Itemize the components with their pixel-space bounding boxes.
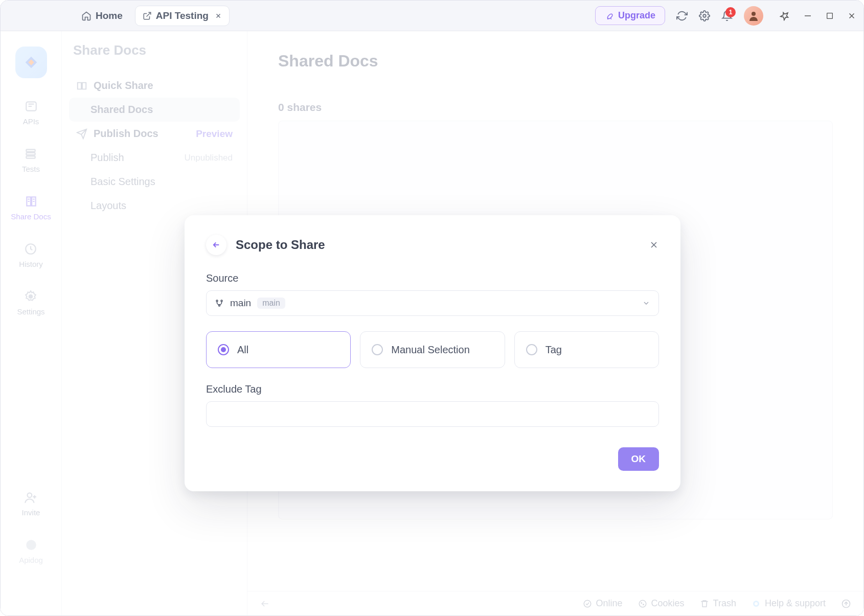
chevron-down-icon xyxy=(642,299,650,307)
radio-icon xyxy=(218,344,229,355)
modal-back-button[interactable] xyxy=(206,235,226,255)
avatar[interactable] xyxy=(744,6,763,26)
modal-close-button[interactable] xyxy=(649,240,659,250)
tab-home[interactable]: Home xyxy=(74,6,130,26)
scope-option-manual[interactable]: Manual Selection xyxy=(360,331,505,368)
rocket-icon xyxy=(605,11,614,20)
upgrade-label: Upgrade xyxy=(618,10,655,21)
maximize-button[interactable] xyxy=(826,11,834,21)
svg-point-19 xyxy=(216,300,218,302)
settings-gear-button[interactable] xyxy=(699,10,710,21)
ok-button[interactable]: OK xyxy=(618,447,660,471)
svg-rect-3 xyxy=(827,13,833,18)
notifications-button[interactable]: 1 xyxy=(721,10,733,21)
pin-button[interactable] xyxy=(780,11,790,21)
source-value: main xyxy=(230,298,251,309)
tab-close-button[interactable] xyxy=(215,12,222,19)
scope-option-tag[interactable]: Tag xyxy=(514,331,659,368)
modal-title: Scope to Share xyxy=(236,238,325,252)
tab-home-label: Home xyxy=(96,10,123,21)
source-select[interactable]: main main xyxy=(206,290,659,316)
minimize-button[interactable] xyxy=(803,11,812,21)
scope-option-all[interactable]: All xyxy=(206,331,351,368)
svg-point-20 xyxy=(221,300,222,302)
refresh-button[interactable] xyxy=(676,10,688,21)
exclude-tag-label: Exclude Tag xyxy=(206,383,659,395)
svg-point-1 xyxy=(752,12,756,16)
tab-api-testing-label: API Testing xyxy=(156,10,209,21)
notification-badge: 1 xyxy=(725,7,736,17)
exclude-tag-input[interactable] xyxy=(206,401,659,427)
scope-to-share-modal: Scope to Share Source main main All xyxy=(185,215,680,491)
home-icon xyxy=(81,11,92,21)
titlebar: Home API Testing Upgrade xyxy=(1,1,863,31)
upgrade-button[interactable]: Upgrade xyxy=(595,6,665,25)
radio-icon xyxy=(372,344,383,355)
external-link-icon xyxy=(143,11,152,20)
close-window-button[interactable] xyxy=(847,11,856,21)
radio-icon xyxy=(526,344,537,355)
source-chip: main xyxy=(257,298,285,309)
svg-point-0 xyxy=(703,14,706,17)
branch-icon xyxy=(215,299,224,308)
tab-api-testing[interactable]: API Testing xyxy=(135,6,230,26)
source-label: Source xyxy=(206,272,659,284)
